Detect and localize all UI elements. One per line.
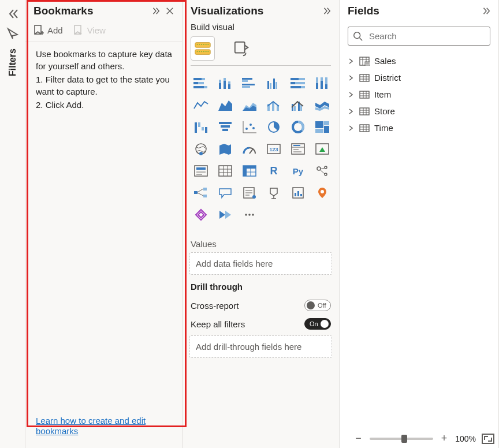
tree-item-item[interactable]: Item [345, 86, 493, 103]
table-icon[interactable] [215, 162, 236, 180]
python-visual-icon[interactable]: Py [288, 162, 308, 180]
tree-item-district[interactable]: District [345, 69, 493, 86]
tree-item-sales[interactable]: Sales [345, 53, 493, 69]
view-bookmark-label: View [87, 25, 106, 35]
svg-rect-11 [193, 86, 204, 88]
r-visual-icon[interactable]: R [263, 162, 284, 180]
power-automate-icon[interactable] [215, 206, 236, 224]
svg-point-114 [354, 32, 360, 38]
svg-rect-63 [315, 129, 323, 133]
kpi-icon[interactable] [312, 140, 333, 158]
area-chart-icon[interactable] [215, 96, 236, 114]
svg-rect-6 [235, 42, 245, 53]
collapse-visualizations-icon[interactable] [322, 6, 332, 16]
svg-rect-17 [228, 84, 230, 89]
collapse-left-icon[interactable] [6, 7, 20, 21]
tree-item-time[interactable]: Time [345, 120, 493, 136]
svg-point-90 [325, 166, 327, 169]
clustered-bar-icon[interactable] [239, 74, 260, 92]
fit-to-page-button[interactable] [482, 434, 494, 444]
arcgis-map-icon[interactable] [312, 184, 333, 202]
stacked-bar-icon[interactable] [191, 74, 211, 92]
slicer-icon[interactable] [191, 162, 211, 180]
visualizations-header: Visualizations [183, 0, 339, 22]
svg-rect-34 [316, 83, 318, 89]
line-stacked-column-icon[interactable] [263, 96, 284, 114]
zoom-footer: − + 100% [353, 432, 494, 445]
gauge-icon[interactable] [239, 140, 260, 158]
multi-row-card-icon[interactable] [288, 140, 308, 158]
cross-report-toggle[interactable]: Off [304, 300, 331, 311]
smart-narrative-icon[interactable] [239, 184, 260, 202]
values-label: Values [183, 232, 339, 252]
svg-rect-19 [242, 78, 252, 80]
svg-rect-12 [204, 86, 207, 88]
svg-rect-9 [193, 82, 198, 84]
more-visuals-icon[interactable] [239, 206, 260, 224]
svg-rect-94 [194, 191, 198, 194]
tree-label: Sales [374, 56, 396, 66]
svg-rect-18 [228, 81, 230, 84]
fields-search[interactable] [348, 27, 490, 46]
clustered-column-icon[interactable] [263, 74, 284, 92]
tree-label: District [374, 73, 401, 83]
svg-rect-26 [275, 82, 277, 89]
ribbon-chart-icon[interactable] [312, 96, 333, 114]
keep-filters-toggle[interactable]: On [304, 318, 331, 330]
svg-line-115 [360, 38, 363, 40]
scatter-icon[interactable] [239, 118, 260, 136]
key-influencers-icon[interactable] [312, 162, 333, 180]
svg-rect-7 [193, 78, 202, 80]
treemap-icon[interactable] [312, 118, 333, 136]
hundred-stacked-column-icon[interactable] [312, 74, 333, 92]
paginated-report-icon[interactable] [288, 184, 308, 202]
pie-icon[interactable] [263, 118, 284, 136]
tree-item-store[interactable]: Store [345, 103, 493, 120]
build-tab[interactable] [191, 36, 215, 61]
zoom-out-button[interactable]: − [353, 432, 364, 445]
filled-map-icon[interactable] [215, 140, 236, 158]
chevron-right-icon [348, 108, 355, 115]
svg-rect-30 [291, 82, 295, 84]
add-bookmark-button[interactable]: Add [33, 24, 63, 36]
search-input[interactable] [368, 31, 485, 42]
matrix-icon[interactable] [239, 162, 260, 180]
line-clustered-column-icon[interactable] [288, 96, 308, 114]
collapse-bookmarks-icon[interactable] [151, 6, 161, 16]
goal-icon[interactable] [263, 184, 284, 202]
zoom-in-button[interactable]: + [439, 432, 450, 445]
panes-container: Bookmarks Add View [25, 0, 499, 448]
svg-rect-28 [291, 78, 299, 80]
values-dropwell[interactable]: Add data fields here [189, 252, 332, 275]
stacked-column-icon[interactable] [215, 74, 236, 92]
map-icon[interactable] [191, 140, 211, 158]
svg-rect-48 [202, 127, 204, 130]
tree-label: Item [374, 89, 391, 99]
decomposition-tree-icon[interactable] [191, 184, 211, 202]
bookmarks-help: Use bookmarks to capture key data for yo… [25, 42, 182, 416]
hundred-stacked-bar-icon[interactable] [288, 74, 308, 92]
fields-pane: Fields Sales [340, 0, 499, 448]
waterfall-icon[interactable] [191, 118, 211, 136]
qa-visual-icon[interactable] [215, 184, 236, 202]
card-icon[interactable]: 123 [263, 140, 284, 158]
drill-through-dropwell[interactable]: Add drill-through fields here [189, 335, 332, 358]
collapse-fields-icon[interactable] [481, 6, 491, 16]
close-bookmarks-icon[interactable] [165, 6, 175, 16]
power-apps-icon[interactable] [191, 206, 211, 224]
svg-rect-76 [196, 167, 206, 170]
svg-rect-47 [198, 122, 200, 127]
learn-bookmarks-link[interactable]: Learn how to create and edit bookmarks [36, 416, 146, 436]
svg-rect-23 [267, 81, 269, 89]
format-tab[interactable] [230, 36, 254, 61]
filters-icon[interactable] [6, 27, 20, 40]
funnel-icon[interactable] [215, 118, 236, 136]
zoom-slider[interactable] [370, 438, 433, 440]
donut-icon[interactable] [288, 118, 308, 136]
svg-rect-43 [294, 106, 296, 111]
svg-line-97 [198, 189, 203, 192]
svg-point-65 [199, 152, 203, 155]
viz-gallery: 123 R Py [183, 66, 339, 232]
stacked-area-icon[interactable] [239, 96, 260, 114]
line-chart-icon[interactable] [191, 96, 211, 114]
